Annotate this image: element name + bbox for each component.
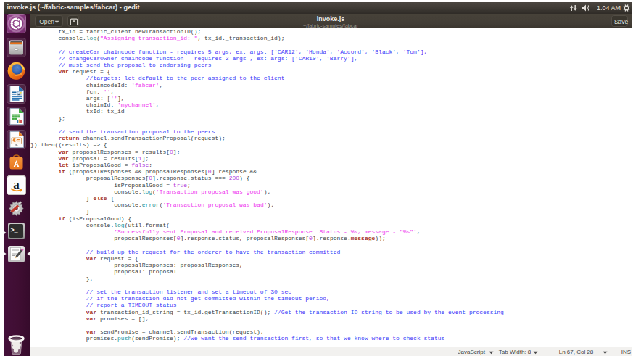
svg-text:a: a [13, 178, 20, 191]
svg-text:>_: >_ [10, 227, 18, 234]
